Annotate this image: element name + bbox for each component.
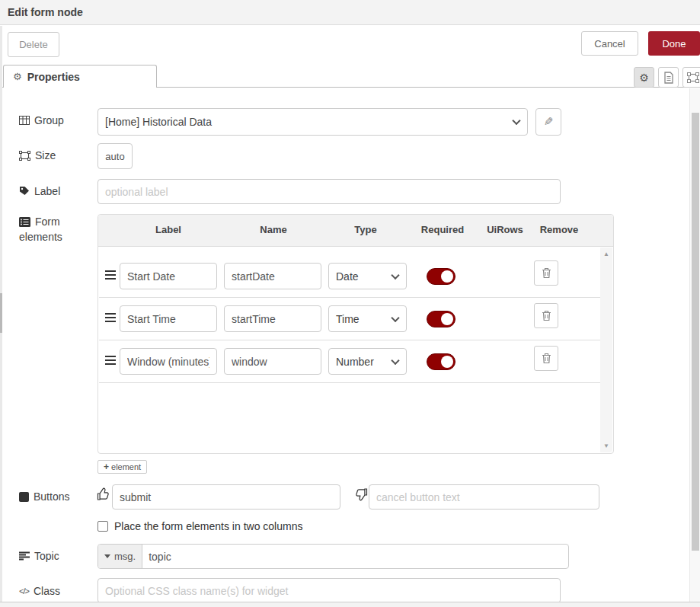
form-elements-table: Label Name Type Required UiRows Remove D… bbox=[97, 214, 614, 454]
tasks-icon bbox=[19, 551, 30, 561]
group-select-value: [Home] Historical Data bbox=[105, 116, 212, 128]
appearance-icon bbox=[687, 72, 699, 83]
cancel-button[interactable]: Cancel bbox=[581, 31, 638, 56]
element-label-input[interactable] bbox=[120, 263, 217, 289]
required-toggle[interactable] bbox=[427, 311, 455, 327]
left-scroll-thumb[interactable] bbox=[0, 293, 2, 333]
drag-handle-icon[interactable] bbox=[105, 270, 116, 280]
square-icon bbox=[19, 492, 29, 502]
topic-field-label: Topic bbox=[19, 550, 59, 562]
form-elements-field-label: Form bbox=[19, 216, 60, 228]
code-icon: </> bbox=[19, 586, 29, 596]
plus-icon: + bbox=[104, 462, 109, 472]
edit-group-button[interactable]: ✎ bbox=[535, 108, 561, 136]
caret-down-icon bbox=[104, 554, 110, 558]
drag-handle-icon[interactable] bbox=[105, 356, 116, 365]
cancel-button-text-input[interactable] bbox=[369, 484, 599, 510]
group-select[interactable]: [Home] Historical Data bbox=[97, 108, 528, 136]
page-scrollbar-thumb[interactable] bbox=[692, 113, 699, 551]
class-input[interactable] bbox=[97, 578, 561, 603]
chevron-down-icon bbox=[391, 313, 399, 321]
element-name-input[interactable] bbox=[224, 305, 321, 332]
required-toggle[interactable] bbox=[427, 353, 455, 370]
buttons-field-label: Buttons bbox=[19, 490, 69, 503]
element-name-input[interactable] bbox=[224, 348, 321, 375]
col-header-required: Required bbox=[421, 224, 464, 235]
description-view-button[interactable] bbox=[658, 67, 679, 88]
element-type-select[interactable]: Time bbox=[328, 305, 407, 332]
drag-handle-icon[interactable] bbox=[105, 313, 116, 322]
remove-element-button[interactable] bbox=[534, 303, 558, 328]
remove-element-button[interactable] bbox=[534, 260, 558, 286]
chevron-down-icon bbox=[391, 270, 399, 279]
class-field-label: </> Class bbox=[19, 585, 60, 597]
element-type-select[interactable]: Number bbox=[328, 348, 407, 375]
dialog-bottom-edge bbox=[0, 602, 700, 607]
chevron-down-icon bbox=[512, 117, 520, 125]
list-alt-icon bbox=[19, 217, 30, 227]
required-toggle[interactable] bbox=[427, 268, 455, 285]
table-row: Date bbox=[99, 255, 600, 298]
scroll-down-icon[interactable]: ▼ bbox=[600, 442, 612, 449]
thumbs-up-icon bbox=[97, 487, 110, 501]
tag-icon bbox=[19, 186, 30, 196]
tab-properties-label: Properties bbox=[27, 71, 80, 83]
col-header-remove: Remove bbox=[540, 224, 579, 235]
pencil-icon: ✎ bbox=[544, 115, 554, 129]
topic-type-label: msg. bbox=[114, 551, 136, 562]
gear-icon: ⚙ bbox=[639, 72, 649, 84]
dialog-title: Edit form node bbox=[0, 0, 700, 25]
page-scrollbar[interactable] bbox=[689, 88, 700, 602]
table-header: Label Name Type Required UiRows Remove bbox=[98, 215, 613, 247]
object-group-icon bbox=[19, 151, 30, 161]
col-header-type: Type bbox=[354, 224, 376, 235]
col-header-name: Name bbox=[260, 224, 286, 235]
submit-button-text-input[interactable] bbox=[112, 484, 340, 510]
delete-button[interactable]: Delete bbox=[8, 32, 59, 57]
table-row: Number bbox=[99, 340, 600, 383]
two-columns-checkbox[interactable] bbox=[97, 521, 108, 532]
tab-properties[interactable]: ⚙ Properties bbox=[3, 65, 157, 88]
col-header-uirows: UiRows bbox=[487, 224, 523, 235]
document-icon bbox=[663, 72, 674, 84]
topic-typed-input[interactable]: msg. topic bbox=[97, 544, 569, 569]
table-scrollbar[interactable]: ▲ ▼ bbox=[600, 248, 612, 452]
element-name-input[interactable] bbox=[224, 263, 321, 289]
chevron-down-icon bbox=[391, 356, 399, 364]
size-field-label: Size bbox=[19, 149, 56, 161]
dialog-title-text: Edit form node bbox=[8, 6, 83, 18]
label-field-label: Label bbox=[19, 185, 60, 197]
trash-icon bbox=[542, 310, 551, 321]
properties-view-button[interactable]: ⚙ bbox=[634, 67, 654, 88]
dialog-left-edge bbox=[0, 26, 2, 602]
table-row: Time bbox=[99, 298, 600, 340]
label-input[interactable] bbox=[97, 179, 561, 204]
element-label-input[interactable] bbox=[120, 348, 217, 375]
appearance-view-button[interactable] bbox=[682, 67, 700, 88]
element-type-select[interactable]: Date bbox=[328, 263, 407, 289]
table-icon bbox=[19, 116, 30, 125]
form-elements-field-label-2: elements bbox=[19, 231, 62, 243]
thumbs-down-icon bbox=[355, 487, 368, 501]
trash-icon bbox=[542, 353, 551, 364]
element-label-input[interactable] bbox=[120, 305, 217, 332]
gear-icon: ⚙ bbox=[13, 71, 22, 82]
scroll-up-icon[interactable]: ▲ bbox=[600, 251, 612, 257]
topic-value[interactable]: topic bbox=[142, 551, 171, 563]
trash-icon bbox=[542, 267, 551, 279]
done-button[interactable]: Done bbox=[648, 31, 700, 56]
topic-type-select[interactable]: msg. bbox=[98, 545, 142, 568]
remove-element-button[interactable] bbox=[534, 346, 558, 371]
add-element-button[interactable]: + element bbox=[97, 460, 147, 474]
size-button[interactable]: auto bbox=[97, 143, 133, 169]
two-columns-label: Place the form elements in two columns bbox=[114, 520, 302, 532]
group-field-label: Group bbox=[19, 114, 64, 126]
col-header-label: Label bbox=[155, 224, 181, 235]
